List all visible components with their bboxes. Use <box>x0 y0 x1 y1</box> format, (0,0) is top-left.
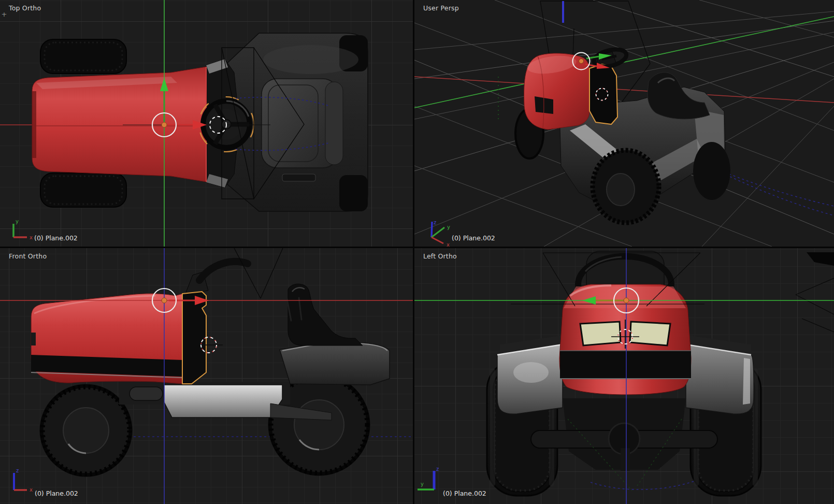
axis-gizmo-top-ortho: y x <box>13 219 33 240</box>
object-info: (0) Plane.002 <box>452 234 495 242</box>
headlight-right <box>630 322 670 345</box>
rear-right-tire[interactable] <box>693 142 730 200</box>
y-axis-line <box>414 17 834 108</box>
object-info: (0) Plane.002 <box>34 234 78 242</box>
gizmo-x-label: x <box>30 235 33 240</box>
fender-right-front-view[interactable] <box>686 344 754 414</box>
tractor-hood-side[interactable] <box>31 294 182 384</box>
scene-front-ortho: z x <box>0 248 413 504</box>
object-info: (0) Plane.002 <box>35 489 78 497</box>
gizmo-y-label: y <box>421 481 424 487</box>
scene-user-persp: z y x <box>414 0 834 247</box>
scene-left-ortho: z y <box>414 248 834 504</box>
scene-top-ortho: y x <box>0 0 413 247</box>
gizmo-z-label: z <box>434 220 436 225</box>
tractor-hood-persp[interactable] <box>524 53 589 129</box>
fender-left-front-view[interactable] <box>497 344 563 414</box>
viewport-label: Top Ortho <box>9 4 41 12</box>
viewport-left-ortho[interactable]: z y Left Ortho (0) Plane.002 <box>414 248 834 504</box>
camera-wireframe-side[interactable] <box>234 248 283 298</box>
blender-quad-view: + <box>0 0 834 504</box>
muffler <box>130 387 163 400</box>
expand-region-icon[interactable]: + <box>1 11 8 18</box>
viewport-label: User Persp <box>423 4 459 12</box>
viewport-label: Left Ortho <box>423 252 457 260</box>
rear-fender-side[interactable] <box>280 342 390 385</box>
viewport-front-ortho[interactable]: z x Front Ortho (0) Plane.002 <box>0 248 413 504</box>
front-light <box>31 333 36 345</box>
axis-gizmo-front-ortho: z x <box>14 468 33 493</box>
gizmo-y-label: y <box>16 219 19 224</box>
hood-stripe <box>560 351 691 379</box>
headlight-left <box>580 322 621 345</box>
viewport-label: Front Ortho <box>9 252 47 260</box>
viewport-top-ortho[interactable]: y x Top Ortho (0) Plane.002 <box>0 0 413 247</box>
gizmo-x-label: x <box>447 242 450 247</box>
gizmo-x-label: x <box>30 487 33 493</box>
axis-gizmo-user-persp: z y x <box>432 220 450 247</box>
front-right-tire[interactable] <box>593 150 659 223</box>
dashboard-selected-side[interactable] <box>182 272 208 384</box>
rear-latch <box>282 174 315 181</box>
object-info: (0) Plane.002 <box>443 489 486 497</box>
wireframe-solid-corner <box>807 252 834 266</box>
axle-front-view[interactable] <box>531 398 717 471</box>
gizmo-z-label: z <box>436 466 439 472</box>
seat-top[interactable] <box>262 79 343 168</box>
seat-side[interactable] <box>287 284 363 345</box>
front-right-tire-top[interactable] <box>40 173 126 207</box>
gizmo-y-label: y <box>447 224 450 230</box>
viewport-user-persp[interactable]: z y x User Persp (0) Plane.002 <box>414 0 834 247</box>
axis-gizmo-left-ortho: z y <box>418 466 439 489</box>
gizmo-z-label: z <box>16 468 19 473</box>
steering-wheel-side[interactable] <box>199 262 248 280</box>
front-wheel-side[interactable] <box>41 386 131 475</box>
front-left-tire-top[interactable] <box>40 39 126 74</box>
